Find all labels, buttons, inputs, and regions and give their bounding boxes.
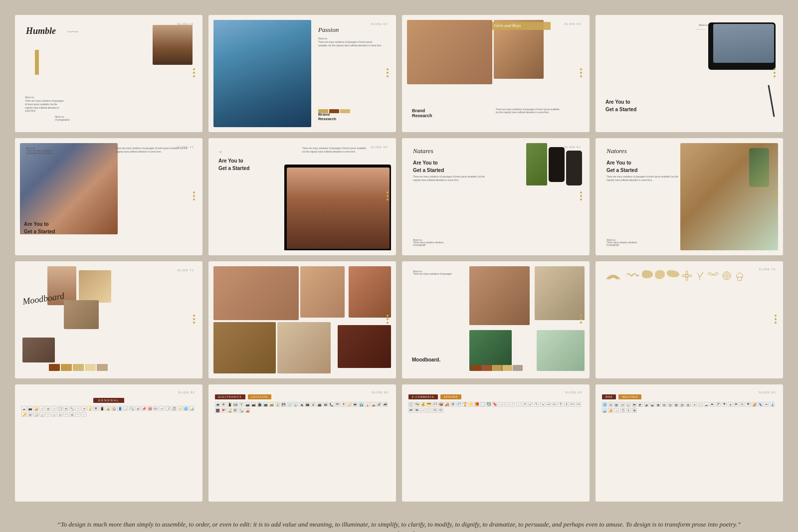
slide-12: SLIDE 74 <box>596 261 783 378</box>
slide-16-icon-grid: (function() { const syms = ['🌐','⊞','▦',… <box>599 402 779 413</box>
slide-10-photo5 <box>277 322 331 373</box>
icon-cell: 🗂 <box>153 406 158 411</box>
icon-cell: ⛈ <box>716 402 721 407</box>
icon-cell: ⛅ <box>698 402 703 407</box>
slide-11-swatches <box>471 365 523 371</box>
leaf-icon <box>694 270 705 281</box>
slide-13-category: GENERAL <box>93 398 125 403</box>
slide-2-title: Passion <box>318 26 339 34</box>
slide-1-about: About us.There are many variations of pa… <box>25 96 64 113</box>
slide-15-headers: E-COMMERCE ARROWS <box>406 394 586 399</box>
icon-cell: ≡ <box>63 412 68 417</box>
slide-5-body: There are many variations of passages of… <box>115 147 190 154</box>
slide-10-dots <box>387 315 389 324</box>
slide-9-dots <box>193 315 195 324</box>
icon-cell: ⇐ <box>552 402 557 407</box>
slide-14-headers: ELECTRONICS LOCATION <box>212 394 392 399</box>
icon-cell: ⟲ <box>432 408 437 413</box>
icon-cell: ↗ <box>522 402 527 407</box>
slide-3-photo1 <box>407 20 492 84</box>
icon-cell: 📍 <box>341 402 346 407</box>
gold-bar <box>35 50 39 75</box>
slide-6-dots <box>387 191 389 200</box>
slide-3-body: There are many variations of passages of… <box>496 108 563 115</box>
slide-num-7: SLIDE 61 <box>564 146 581 149</box>
icon-cell: ☀ <box>81 406 86 411</box>
slide-8-body: There are many variations of passages of… <box>606 176 681 182</box>
icon-cell: 🔔 <box>33 406 38 411</box>
icon-cell: ⚡ <box>177 406 182 411</box>
slide-11-photo1 <box>469 266 530 325</box>
slide-9-photo2 <box>79 270 111 303</box>
slide-4: SLIDE 04 About us. 〰〰〰 Are You toGet a S… <box>596 15 783 132</box>
slide-11-moodboard: Moodboard. <box>412 357 440 362</box>
icon-cell: ↔ <box>420 408 425 413</box>
slide-10: SLIDE 72 <box>208 261 396 378</box>
slide-7-phone2 <box>566 151 582 185</box>
icon-cell: ⇒ <box>546 402 551 407</box>
icon-cell: 🔋 <box>275 402 280 407</box>
icon-cell: ▨ <box>686 402 691 407</box>
icon-cell: 🛍 <box>414 402 419 407</box>
icon-cell: 🌤 <box>632 408 637 413</box>
icon-cell: 📝 <box>165 406 170 411</box>
slide-num-16: SLIDE 84 <box>759 391 776 394</box>
icon-cell: 💱 <box>486 402 491 407</box>
icon-cell: 🏕 <box>377 402 382 407</box>
icon-cell: ▤ <box>662 402 667 407</box>
slide-7-dots <box>580 191 582 200</box>
icon-cell: 🚚 <box>444 402 449 407</box>
icon-cell: ↩ <box>570 402 575 407</box>
slide-11: SLIDE 73 About us.There are many variati… <box>402 261 590 378</box>
slide-6-title: Are You toGet a Started <box>218 157 249 172</box>
icon-cell: ⛳ <box>227 408 232 413</box>
slide-1-photo <box>153 25 193 65</box>
icon-cell: 📷 <box>27 406 32 411</box>
slide-10-photo1 <box>213 266 299 320</box>
wave-decoration: 〰〰 <box>67 29 78 35</box>
slide-11-dots <box>580 315 582 324</box>
flower-icon <box>681 270 692 281</box>
icon-cell: 📦 <box>438 402 443 407</box>
slide-3-title: Girls and Boys <box>494 23 521 28</box>
icon-cell: 🖥 <box>221 402 226 407</box>
icon-cell: 🏙 <box>383 402 388 407</box>
icon-cell: ▦ <box>674 402 679 407</box>
icon-cell: 🔒 <box>105 406 110 411</box>
icon-cell: ☀ <box>692 402 697 407</box>
icon-cell: 💳 <box>426 402 431 407</box>
icon-cell: 🌧 <box>710 402 715 407</box>
icon-cell: 🔍 <box>129 406 134 411</box>
icon-cell: 📱 <box>99 406 104 411</box>
icon-cell: ⇄ <box>408 408 413 413</box>
slide-15-cat2: ARROWS <box>440 394 462 399</box>
icon-cell: ⟳ <box>438 408 443 413</box>
slide-8: SLIDE 62 Natores Are You toGet a Started… <box>596 138 783 255</box>
icon-cell: 📟 <box>305 402 310 407</box>
icon-cell: 🖱 <box>239 402 244 407</box>
slide-4-dots <box>774 68 776 77</box>
slide-2-brand-label: BrandResearch <box>318 112 336 121</box>
icon-cell: 🏛 <box>233 408 238 413</box>
icon-cell: ⊟ <box>620 402 625 407</box>
icon-cell: 🌈 <box>752 402 757 407</box>
icon-cell: 🔧 <box>69 406 74 411</box>
quote-text: “To design is much more than simply to a… <box>45 519 753 530</box>
slide-16-cat1: WEB <box>602 394 616 399</box>
icon-cell: ⬓ <box>650 402 655 407</box>
icon-cell: ÷ <box>81 412 86 417</box>
slide-7: SLIDE 61 Natares Are You toGet a Started… <box>402 138 590 255</box>
icon-cell: 🌐 <box>602 402 607 407</box>
icon-cell: 🎪 <box>245 408 250 413</box>
slide-8-script: Natores <box>606 147 627 155</box>
icon-cell: ▧ <box>680 402 685 407</box>
slide-7-script: Natares <box>413 147 433 155</box>
icon-cell: ↙ <box>528 402 533 407</box>
icon-cell: ⌨ <box>233 402 238 407</box>
rose-icon <box>721 270 732 281</box>
slide-10-photo6 <box>338 325 391 368</box>
icon-cell: 🎥 <box>257 402 262 407</box>
icon-cell: 💾 <box>281 402 286 407</box>
icon-cell: 🌍 <box>359 402 364 407</box>
icon-cell: ⬒ <box>632 402 637 407</box>
